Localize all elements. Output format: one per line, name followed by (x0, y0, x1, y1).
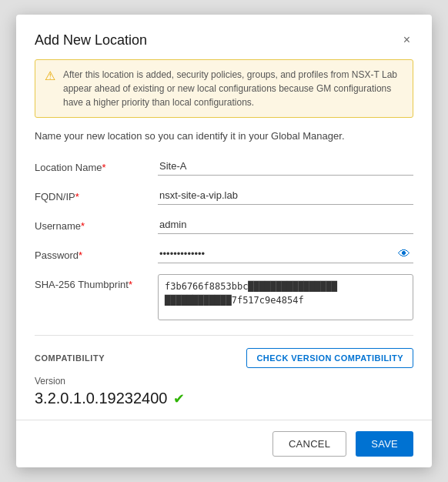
fqdn-input[interactable] (158, 186, 413, 205)
password-input[interactable] (158, 245, 413, 263)
description-text: Name your new location so you can identi… (35, 130, 413, 142)
location-name-input-wrap (158, 157, 413, 176)
fqdn-input-wrap (158, 186, 413, 205)
section-divider (35, 335, 413, 336)
warning-icon: ⚠ (45, 69, 55, 109)
location-name-label: Location Name* (35, 157, 158, 173)
username-field: Username* (35, 216, 413, 234)
dialog-header: Add New Location × (16, 15, 432, 59)
password-input-wrap: 👁 (158, 245, 413, 263)
fqdn-field: FQDN/IP* (35, 186, 413, 205)
compat-label: COMPATIBILITY (35, 353, 105, 363)
dialog-footer: CANCEL SAVE (16, 420, 432, 467)
cancel-button[interactable]: CANCEL (272, 431, 346, 457)
show-password-icon[interactable]: 👁 (398, 247, 410, 261)
username-label: Username* (35, 216, 158, 232)
thumbprint-field: SHA-256 Thumbprint* f3b6766f8853bbc█████… (35, 274, 413, 323)
location-name-input[interactable] (158, 157, 413, 176)
password-field: Password* 👁 (35, 245, 413, 263)
warning-text: After this location is added, security p… (63, 68, 403, 109)
compat-header: COMPATIBILITY CHECK VERSION COMPATIBILIT… (35, 348, 413, 368)
dialog-body: ⚠ After this location is added, security… (16, 59, 432, 420)
username-input-wrap (158, 216, 413, 234)
close-button[interactable]: × (400, 30, 413, 50)
add-location-dialog: Add New Location × ⚠ After this location… (16, 15, 432, 467)
location-name-field: Location Name* (35, 157, 413, 176)
version-label: Version (35, 376, 413, 387)
username-input[interactable] (158, 216, 413, 234)
save-button[interactable]: SAVE (356, 431, 413, 457)
thumbprint-input[interactable]: f3b6766f8853bbc████████████████ ████████… (158, 274, 413, 320)
compatibility-section: COMPATIBILITY CHECK VERSION COMPATIBILIT… (35, 348, 413, 407)
version-value-row: 3.2.0.1.0.19232400 ✔ (35, 390, 413, 407)
check-compatibility-button[interactable]: CHECK VERSION COMPATIBILITY (246, 348, 413, 368)
version-number: 3.2.0.1.0.19232400 (35, 390, 167, 407)
fqdn-label: FQDN/IP* (35, 186, 158, 203)
thumbprint-input-wrap: f3b6766f8853bbc████████████████ ████████… (158, 274, 413, 323)
warning-box: ⚠ After this location is added, security… (35, 59, 413, 118)
thumbprint-label: SHA-256 Thumbprint* (35, 274, 158, 290)
version-check-icon: ✔ (173, 390, 185, 407)
password-label: Password* (35, 245, 158, 261)
dialog-title: Add New Location (35, 32, 147, 49)
